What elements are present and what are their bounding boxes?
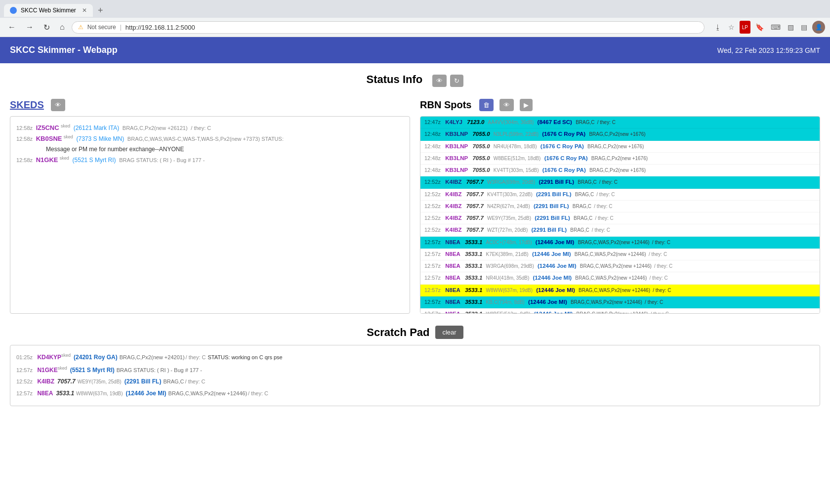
forward-button[interactable]: →: [23, 22, 37, 33]
skeds-title[interactable]: SKEDS: [10, 99, 44, 111]
rbn-row[interactable]: 12:57z N8EA 3533.1 NR4U(418m, 35dB) (124…: [420, 272, 820, 284]
rbn-num-name: (12446 Joe MI): [536, 239, 575, 245]
status-info-section: Status Info 👁 ↻: [10, 73, 820, 87]
scratch-num-name: (24201 Roy GA): [74, 354, 118, 361]
rbn-num-name: (1676 C Roy PA): [540, 143, 584, 149]
pocket-icon[interactable]: 🔖: [753, 21, 766, 34]
rbn-row[interactable]: 12:48z KB3LNP 7055.0 NR4U(478m, 18dB) (1…: [420, 141, 820, 153]
cast-icon[interactable]: ▤: [799, 21, 809, 34]
sked-time: 12:58z: [16, 125, 33, 131]
rbn-freq: 7057.7: [466, 191, 484, 197]
rbn-they: / they: C: [592, 227, 610, 233]
rbn-spots-panel: RBN Spots 🗑 👁 ▶ 12:47z K4LYJ 7123.0 AA4V…: [420, 99, 820, 314]
sked-label: sked: [64, 134, 73, 139]
sked-time: 12:58z: [16, 136, 33, 142]
rbn-callsign: K4IBZ: [445, 215, 461, 221]
rbn-freq: 7055.0: [472, 143, 490, 149]
rbn-row[interactable]: 12:48z KB3LNP 7055.0 N3LPL(599m, 22dB) (…: [420, 128, 820, 140]
security-icon: ⚠: [78, 24, 83, 31]
rbn-play-button[interactable]: ▶: [520, 99, 533, 111]
rbn-callsign: K4IBZ: [445, 191, 461, 197]
rbn-freq: 7123.0: [467, 119, 484, 125]
lastpass-icon[interactable]: LP: [740, 21, 750, 34]
rbn-delete-button[interactable]: 🗑: [479, 99, 494, 111]
rbn-brag: BRAG,C: [570, 227, 589, 233]
rbn-freq: 3533.1: [465, 311, 482, 314]
active-tab[interactable]: SKCC Web Skimmer ✕: [4, 4, 93, 17]
scratch-time: 12:57z: [16, 367, 33, 373]
rbn-spotter: W8BEE(512m, 8dB): [486, 311, 531, 314]
sked-message: Message or PM me for number exchange--AN…: [46, 146, 184, 153]
scratch-row: 12:57z N1GKEsked(5521 S Myrt RI)BRAG STA…: [16, 364, 814, 376]
rbn-brag: BRAG,C,WAS,Px2(new +12446): [579, 288, 650, 293]
rbn-row[interactable]: 12:52z K4IBZ 7057.7 N4ZR(627m, 24dB) (22…: [420, 201, 820, 212]
rbn-content[interactable]: 12:47z K4LYJ 7123.0 AA4VV(304m, 36dB) (8…: [420, 116, 820, 314]
rbn-row[interactable]: 12:47z K4LYJ 7123.0 AA4VV(304m, 36dB) (8…: [420, 117, 820, 128]
rbn-freq: 7055.0: [472, 131, 490, 137]
rbn-freq: 3533.1: [465, 263, 482, 269]
home-button[interactable]: ⌂: [57, 22, 68, 33]
browser-toolbar: ⭳ ☆ LP 🔖 ⌨ ▨ ▤ 👤: [712, 21, 825, 34]
separator: |: [120, 24, 122, 31]
sked-brag: BRAG STATUS: ( RI ) - Bug # 177 -: [119, 157, 205, 163]
url-text: http://192.168.11.2:5000: [125, 24, 195, 31]
rbn-row[interactable]: 12:57z N8EA 3533.1 K7EK(389m, 21dB) (124…: [420, 249, 820, 260]
status-refresh-button[interactable]: ↻: [450, 75, 463, 87]
sidebar-icon[interactable]: ▨: [786, 21, 796, 34]
rbn-row[interactable]: 12:57z N8EA 3533.1 W3RGA(698m, 29dB) (12…: [420, 260, 820, 272]
profile-icon[interactable]: 👤: [812, 21, 825, 34]
sked-row: 12:58z N1GKE sked (5521 S Myrt RI) BRAG …: [16, 155, 404, 166]
sked-label: sked: [61, 124, 70, 128]
scratch-header: Scratch Pad clear: [10, 326, 820, 339]
rbn-row[interactable]: 12:57z N8EA 3533.1 W8WW(637m, 19dB) (124…: [420, 285, 820, 296]
rbn-brag: BRAG,C,WAS,Px2(new +12446): [577, 311, 648, 314]
rbn-time: 12:57z: [424, 275, 441, 281]
rbn-freq: 3533.1: [465, 239, 482, 245]
back-button[interactable]: ←: [5, 22, 19, 33]
rbn-they: / they: C: [654, 263, 672, 269]
tab-favicon: [10, 7, 17, 14]
rbn-brag: BRAG,C,WAS,Px2(new +12446): [575, 252, 646, 257]
rbn-row[interactable]: 12:52z K4IBZ 7057.7 WE9Y(735m, 25dB) (22…: [420, 212, 820, 224]
rbn-row[interactable]: 12:48z KB3LNP 7055.0 KV4TT(303m, 15dB) (…: [420, 165, 820, 176]
rbn-they: / they: C: [649, 252, 667, 257]
tab-close-btn[interactable]: ✕: [82, 7, 87, 14]
rbn-row[interactable]: 12:57z N8EA 3533.1 KB,C(734m, 8dB) (1244…: [420, 296, 820, 308]
rbn-spotter: W3RGA(698m, 20dB): [487, 179, 535, 185]
extension-icon[interactable]: ⌨: [769, 21, 783, 34]
scratch-spotter: WE9Y(735m, 25dB): [78, 379, 122, 384]
scratch-freq: 7057.7: [57, 378, 76, 385]
rbn-row[interactable]: 12:57z N8EA 3533.1 W8BEE(512m, 8dB) (124…: [420, 308, 820, 314]
rbn-freq: 7057.7: [466, 215, 484, 221]
header-datetime: Wed, 22 Feb 2023 12:59:23 GMT: [717, 46, 820, 54]
rbn-time: 12:52z: [424, 179, 441, 185]
rbn-brag: BRAG,C,WAS,Px2(new +12446): [578, 240, 650, 245]
rbn-brag: BRAG,C,Px2(new +1676): [587, 144, 644, 149]
rbn-num-name: (2291 Bill FL): [536, 191, 572, 197]
rbn-row[interactable]: 12:52z K4IBZ 7057.7 KV4TT(303m, 22dB) (2…: [420, 189, 820, 201]
rbn-num-name: (1676 C Roy PA): [542, 167, 586, 173]
rbn-row[interactable]: 12:52z K4IBZ 7057.7 WZT(727m, 20dB) (229…: [420, 224, 820, 236]
rbn-they: / they: C: [594, 204, 612, 209]
new-tab-button[interactable]: +: [95, 5, 106, 16]
status-eye-button[interactable]: 👁: [432, 75, 447, 87]
rbn-row[interactable]: 12:52z K4IBZ 7057.7 W3RGA(698m, 20dB) (2…: [420, 176, 820, 188]
skeds-eye-button[interactable]: 👁: [51, 99, 65, 111]
rbn-callsign: KB3LNP: [445, 131, 468, 137]
scratch-status: STATUS: working on C qrs pse: [208, 354, 283, 360]
app-title: SKCC Skimmer - Webapp: [10, 45, 118, 55]
sked-brag: BRAG,C,WAS,WAS-C,WAS-T,WAS-S,Px2(new +73…: [127, 136, 284, 142]
rbn-brag: BRAG,C: [576, 120, 594, 125]
rbn-row[interactable]: 12:48z KB3LNP 7055.0 W8BEE(512m, 18dB) (…: [420, 153, 820, 165]
address-bar[interactable]: ⚠ Not secure | http://192.168.11.2:5000: [72, 21, 705, 34]
scratch-time: 01:25z: [16, 354, 33, 360]
rbn-row[interactable]: 12:57z N8EA 3533.1 AC0C+(748m, 17dB) (12…: [420, 237, 820, 249]
rbn-they: / they: C: [596, 192, 615, 197]
sked-num-info: (5521 S Myrt RI): [73, 157, 116, 164]
rbn-eye-button[interactable]: 👁: [499, 99, 514, 111]
rbn-spotter: AA4VV(304m, 36dB): [488, 120, 534, 125]
clear-button[interactable]: clear: [435, 326, 463, 339]
bookmark-star-icon[interactable]: ☆: [726, 21, 737, 34]
reload-button[interactable]: ↻: [41, 22, 53, 33]
downloads-icon[interactable]: ⭳: [712, 21, 723, 34]
